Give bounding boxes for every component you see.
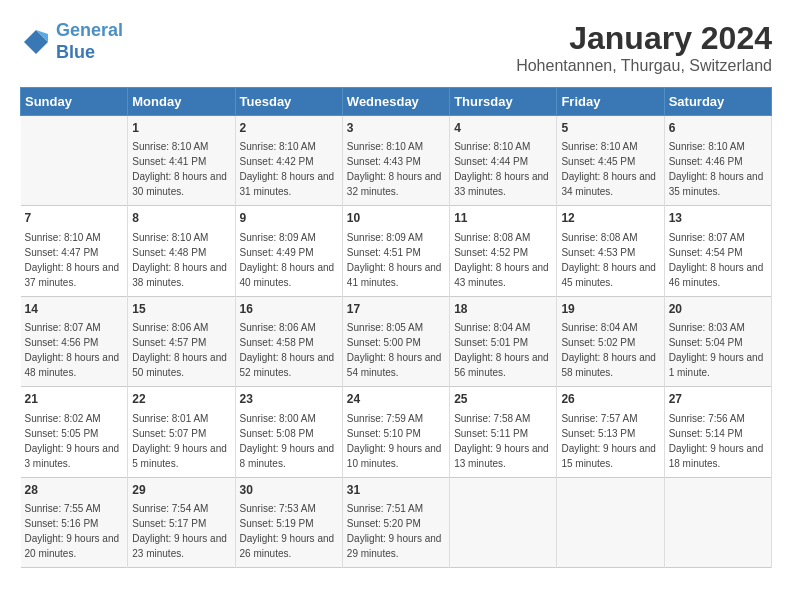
cell-content: Sunrise: 7:53 AMSunset: 5:19 PMDaylight:… [240,501,338,561]
calendar-cell: 24Sunrise: 7:59 AMSunset: 5:10 PMDayligh… [342,387,449,477]
calendar-cell: 27Sunrise: 7:56 AMSunset: 5:14 PMDayligh… [664,387,771,477]
calendar-cell: 29Sunrise: 7:54 AMSunset: 5:17 PMDayligh… [128,477,235,567]
calendar-title: January 2024 [516,20,772,57]
week-row-0: 1Sunrise: 8:10 AMSunset: 4:41 PMDaylight… [21,116,772,206]
day-number: 16 [240,301,338,318]
logo-line2: Blue [56,42,95,62]
cell-content: Sunrise: 8:02 AMSunset: 5:05 PMDaylight:… [25,411,124,471]
day-number: 22 [132,391,230,408]
day-number: 1 [132,120,230,137]
logo-line1: General [56,20,123,40]
calendar-cell: 28Sunrise: 7:55 AMSunset: 5:16 PMDayligh… [21,477,128,567]
calendar-cell: 18Sunrise: 8:04 AMSunset: 5:01 PMDayligh… [450,296,557,386]
day-number: 27 [669,391,767,408]
cell-content: Sunrise: 8:10 AMSunset: 4:43 PMDaylight:… [347,139,445,199]
calendar-cell: 2Sunrise: 8:10 AMSunset: 4:42 PMDaylight… [235,116,342,206]
week-row-2: 14Sunrise: 8:07 AMSunset: 4:56 PMDayligh… [21,296,772,386]
cell-content: Sunrise: 8:04 AMSunset: 5:01 PMDaylight:… [454,320,552,380]
cell-content: Sunrise: 8:10 AMSunset: 4:42 PMDaylight:… [240,139,338,199]
calendar-cell: 8Sunrise: 8:10 AMSunset: 4:48 PMDaylight… [128,206,235,296]
day-number: 17 [347,301,445,318]
day-number: 24 [347,391,445,408]
day-number: 9 [240,210,338,227]
calendar-cell: 16Sunrise: 8:06 AMSunset: 4:58 PMDayligh… [235,296,342,386]
cell-content: Sunrise: 8:05 AMSunset: 5:00 PMDaylight:… [347,320,445,380]
header-day-friday: Friday [557,88,664,116]
day-number: 19 [561,301,659,318]
cell-content: Sunrise: 8:09 AMSunset: 4:51 PMDaylight:… [347,230,445,290]
calendar-cell [664,477,771,567]
cell-content: Sunrise: 8:08 AMSunset: 4:53 PMDaylight:… [561,230,659,290]
calendar-cell: 1Sunrise: 8:10 AMSunset: 4:41 PMDaylight… [128,116,235,206]
header-day-monday: Monday [128,88,235,116]
cell-content: Sunrise: 8:10 AMSunset: 4:45 PMDaylight:… [561,139,659,199]
calendar-cell: 3Sunrise: 8:10 AMSunset: 4:43 PMDaylight… [342,116,449,206]
calendar-cell: 14Sunrise: 8:07 AMSunset: 4:56 PMDayligh… [21,296,128,386]
day-number: 18 [454,301,552,318]
cell-content: Sunrise: 8:10 AMSunset: 4:46 PMDaylight:… [669,139,767,199]
day-number: 2 [240,120,338,137]
calendar-cell: 23Sunrise: 8:00 AMSunset: 5:08 PMDayligh… [235,387,342,477]
calendar-cell: 15Sunrise: 8:06 AMSunset: 4:57 PMDayligh… [128,296,235,386]
cell-content: Sunrise: 8:10 AMSunset: 4:47 PMDaylight:… [25,230,124,290]
page-header: General Blue January 2024 Hohentannen, T… [20,20,772,75]
cell-content: Sunrise: 8:08 AMSunset: 4:52 PMDaylight:… [454,230,552,290]
header-day-tuesday: Tuesday [235,88,342,116]
cell-content: Sunrise: 7:54 AMSunset: 5:17 PMDaylight:… [132,501,230,561]
day-number: 6 [669,120,767,137]
day-number: 8 [132,210,230,227]
cell-content: Sunrise: 8:06 AMSunset: 4:57 PMDaylight:… [132,320,230,380]
day-number: 28 [25,482,124,499]
cell-content: Sunrise: 8:10 AMSunset: 4:44 PMDaylight:… [454,139,552,199]
calendar-cell: 25Sunrise: 7:58 AMSunset: 5:11 PMDayligh… [450,387,557,477]
cell-content: Sunrise: 8:10 AMSunset: 4:48 PMDaylight:… [132,230,230,290]
day-number: 7 [25,210,124,227]
logo: General Blue [20,20,123,63]
week-row-3: 21Sunrise: 8:02 AMSunset: 5:05 PMDayligh… [21,387,772,477]
cell-content: Sunrise: 8:09 AMSunset: 4:49 PMDaylight:… [240,230,338,290]
day-number: 14 [25,301,124,318]
day-number: 31 [347,482,445,499]
day-number: 20 [669,301,767,318]
calendar-subtitle: Hohentannen, Thurgau, Switzerland [516,57,772,75]
day-number: 4 [454,120,552,137]
calendar-cell [21,116,128,206]
cell-content: Sunrise: 7:59 AMSunset: 5:10 PMDaylight:… [347,411,445,471]
logo-text: General Blue [56,20,123,63]
calendar-cell: 31Sunrise: 7:51 AMSunset: 5:20 PMDayligh… [342,477,449,567]
calendar-cell: 20Sunrise: 8:03 AMSunset: 5:04 PMDayligh… [664,296,771,386]
week-row-4: 28Sunrise: 7:55 AMSunset: 5:16 PMDayligh… [21,477,772,567]
cell-content: Sunrise: 7:56 AMSunset: 5:14 PMDaylight:… [669,411,767,471]
calendar-cell: 21Sunrise: 8:02 AMSunset: 5:05 PMDayligh… [21,387,128,477]
week-row-1: 7Sunrise: 8:10 AMSunset: 4:47 PMDaylight… [21,206,772,296]
cell-content: Sunrise: 8:04 AMSunset: 5:02 PMDaylight:… [561,320,659,380]
day-number: 10 [347,210,445,227]
day-number: 29 [132,482,230,499]
calendar-cell: 11Sunrise: 8:08 AMSunset: 4:52 PMDayligh… [450,206,557,296]
cell-content: Sunrise: 7:55 AMSunset: 5:16 PMDaylight:… [25,501,124,561]
calendar-cell: 6Sunrise: 8:10 AMSunset: 4:46 PMDaylight… [664,116,771,206]
header-day-thursday: Thursday [450,88,557,116]
cell-content: Sunrise: 8:00 AMSunset: 5:08 PMDaylight:… [240,411,338,471]
header-row: SundayMondayTuesdayWednesdayThursdayFrid… [21,88,772,116]
header-day-wednesday: Wednesday [342,88,449,116]
cell-content: Sunrise: 8:06 AMSunset: 4:58 PMDaylight:… [240,320,338,380]
cell-content: Sunrise: 8:07 AMSunset: 4:54 PMDaylight:… [669,230,767,290]
logo-icon [20,26,52,58]
day-number: 13 [669,210,767,227]
day-number: 12 [561,210,659,227]
day-number: 3 [347,120,445,137]
calendar-cell: 30Sunrise: 7:53 AMSunset: 5:19 PMDayligh… [235,477,342,567]
cell-content: Sunrise: 8:01 AMSunset: 5:07 PMDaylight:… [132,411,230,471]
cell-content: Sunrise: 8:03 AMSunset: 5:04 PMDaylight:… [669,320,767,380]
day-number: 21 [25,391,124,408]
day-number: 26 [561,391,659,408]
calendar-cell: 17Sunrise: 8:05 AMSunset: 5:00 PMDayligh… [342,296,449,386]
day-number: 25 [454,391,552,408]
title-block: January 2024 Hohentannen, Thurgau, Switz… [516,20,772,75]
calendar-cell: 5Sunrise: 8:10 AMSunset: 4:45 PMDaylight… [557,116,664,206]
cell-content: Sunrise: 7:58 AMSunset: 5:11 PMDaylight:… [454,411,552,471]
calendar-cell: 9Sunrise: 8:09 AMSunset: 4:49 PMDaylight… [235,206,342,296]
calendar-cell: 12Sunrise: 8:08 AMSunset: 4:53 PMDayligh… [557,206,664,296]
calendar-cell: 13Sunrise: 8:07 AMSunset: 4:54 PMDayligh… [664,206,771,296]
